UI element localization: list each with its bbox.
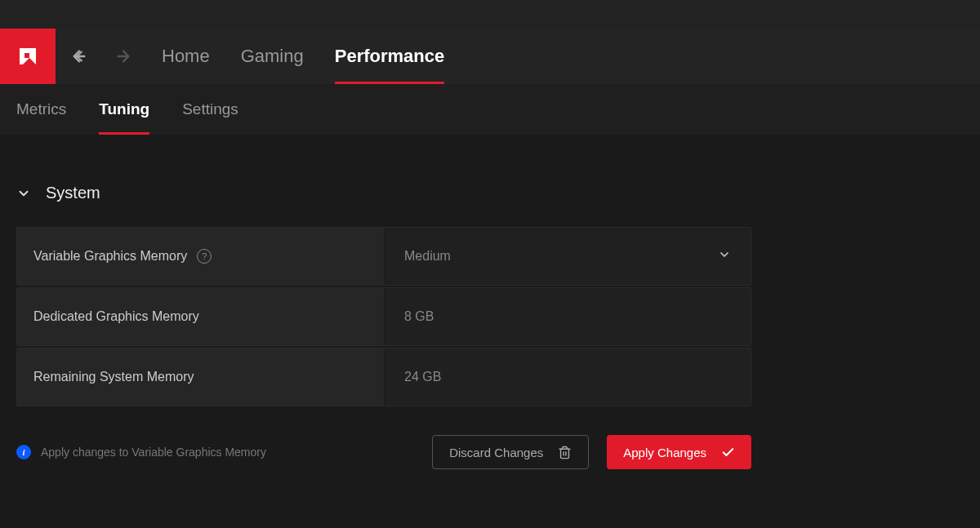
button-label: Discard Changes	[449, 446, 543, 459]
discard-changes-button[interactable]: Discard Changes	[432, 435, 589, 469]
help-icon[interactable]: ?	[197, 249, 212, 264]
check-icon	[721, 446, 735, 459]
setting-label: Dedicated Graphics Memory	[33, 309, 199, 324]
sub-tabs: Metrics Tuning Settings	[0, 84, 980, 135]
back-button[interactable]	[70, 47, 88, 65]
subtab-settings[interactable]: Settings	[182, 84, 238, 135]
tab-gaming[interactable]: Gaming	[241, 29, 304, 84]
tab-performance[interactable]: Performance	[335, 29, 445, 84]
trash-icon	[558, 446, 572, 459]
main-header: Home Gaming Performance	[0, 29, 980, 84]
setting-value: Medium	[404, 249, 451, 264]
setting-row-remaining-system-memory: Remaining System Memory 24 GB	[16, 348, 751, 406]
settings-panel: Variable Graphics Memory ? Medium Dedica…	[16, 227, 751, 406]
subtab-tuning[interactable]: Tuning	[99, 84, 149, 135]
info-notice: i Apply changes to Variable Graphics Mem…	[16, 445, 432, 459]
button-label: Apply Changes	[623, 446, 706, 459]
forward-button[interactable]	[114, 47, 132, 65]
amd-logo[interactable]	[0, 29, 56, 84]
info-icon: i	[16, 445, 31, 459]
chevron-down-icon	[718, 248, 731, 264]
info-text: Apply changes to Variable Graphics Memor…	[41, 446, 266, 459]
section-title: System	[46, 184, 100, 202]
chevron-down-icon	[16, 186, 31, 201]
variable-graphics-memory-dropdown[interactable]: Medium	[385, 228, 751, 285]
section-toggle-system[interactable]: System	[16, 184, 964, 202]
tab-home[interactable]: Home	[162, 29, 210, 84]
setting-row-dedicated-graphics-memory: Dedicated Graphics Memory 8 GB	[16, 287, 751, 346]
setting-label: Remaining System Memory	[33, 370, 194, 384]
setting-row-variable-graphics-memory: Variable Graphics Memory ? Medium	[16, 227, 751, 286]
setting-label: Variable Graphics Memory	[33, 249, 187, 264]
setting-value: 8 GB	[404, 309, 434, 324]
apply-changes-button[interactable]: Apply Changes	[607, 435, 751, 469]
setting-value: 24 GB	[404, 370, 441, 384]
subtab-metrics[interactable]: Metrics	[16, 84, 66, 135]
